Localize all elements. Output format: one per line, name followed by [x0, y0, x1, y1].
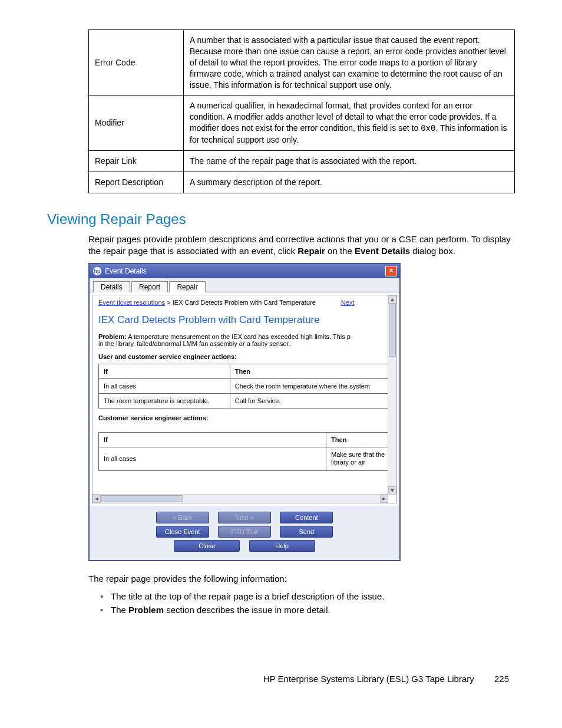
- close-event-button[interactable]: Close Event: [156, 526, 209, 538]
- hp-logo-icon: hp: [93, 267, 101, 275]
- scroll-thumb[interactable]: [389, 304, 396, 357]
- table-row: In all cases Make sure that the library …: [99, 447, 391, 470]
- scroll-thumb[interactable]: [101, 495, 183, 502]
- dialog-titlebar: hp Event Details ×: [90, 264, 399, 278]
- dialog-title: Event Details: [105, 267, 147, 275]
- user-actions-table: If Then In all cases Check the room temp…: [98, 364, 391, 409]
- dialog-scroll-pane: Event ticket resolutions > IEX Card Dete…: [92, 295, 397, 503]
- table-row: The room temperature is acceptable. Call…: [99, 394, 391, 409]
- table-row: Report Description A summary description…: [89, 172, 515, 193]
- desc-cell: A summary description of the report.: [184, 172, 515, 193]
- fru-test-button[interactable]: FRU Test: [218, 526, 271, 538]
- outro-paragraph: The repair page provides the following i…: [88, 573, 515, 585]
- term-cell: Report Description: [89, 172, 184, 193]
- term-cell: Repair Link: [89, 151, 184, 172]
- breadcrumb-next-link[interactable]: Next: [341, 299, 355, 306]
- term-cell: Error Code: [89, 30, 184, 95]
- intro-paragraph: Repair pages provide problem description…: [88, 233, 515, 258]
- table-row: Modifier A numerical qualifier, in hexad…: [89, 95, 515, 151]
- help-button[interactable]: Help: [249, 540, 315, 552]
- desc-cell: A numerical qualifier, in hexadecimal fo…: [184, 95, 515, 151]
- horizontal-scrollbar[interactable]: ◄ ►: [92, 494, 388, 503]
- vertical-scrollbar[interactable]: ▲ ▼: [388, 295, 396, 495]
- next-button[interactable]: Next >: [218, 512, 271, 523]
- scroll-left-icon[interactable]: ◄: [92, 495, 101, 503]
- table-row: In all cases Check the room temperature …: [99, 379, 391, 394]
- term-cell: Modifier: [89, 95, 184, 151]
- col-if: If: [99, 364, 230, 379]
- dialog-button-area: < Back Next > Content Close Event FRU Te…: [90, 506, 399, 560]
- col-if: If: [99, 433, 326, 447]
- page-footer: HP Enterprise Systems Library (ESL) G3 T…: [47, 674, 515, 684]
- event-details-dialog-figure: hp Event Details × Details Report Repair…: [88, 263, 401, 561]
- scroll-right-icon[interactable]: ►: [380, 495, 388, 503]
- list-item: The title at the top of the repair page …: [100, 591, 515, 601]
- page-number: 225: [494, 674, 509, 684]
- tab-repair[interactable]: Repair: [169, 281, 205, 292]
- col-then: Then: [230, 364, 390, 379]
- back-button[interactable]: < Back: [156, 512, 209, 523]
- scroll-down-icon[interactable]: ▼: [388, 486, 396, 495]
- breadcrumb-link[interactable]: Event ticket resolutions: [98, 299, 165, 306]
- section-heading: Viewing Repair Pages: [47, 211, 515, 228]
- cse-actions-table: If Then In all cases Make sure that the …: [98, 432, 391, 470]
- col-then: Then: [326, 433, 391, 447]
- breadcrumb: Event ticket resolutions > IEX Card Dete…: [98, 299, 391, 306]
- repair-page-title: IEX Card Detects Problem with Card Tempe…: [98, 314, 391, 326]
- footer-text: HP Enterprise Systems Library (ESL) G3 T…: [263, 674, 474, 684]
- user-actions-heading: User and customer service engineer actio…: [98, 353, 391, 360]
- cse-actions-heading: Customer service engineer actions:: [98, 414, 391, 421]
- desc-cell: The name of the repair page that is asso…: [184, 151, 515, 172]
- table-row: Error Code A number that is associated w…: [89, 30, 515, 95]
- bullet-list: The title at the top of the repair page …: [100, 591, 515, 615]
- scroll-up-icon[interactable]: ▲: [388, 295, 396, 304]
- send-button[interactable]: Send: [280, 526, 333, 538]
- list-item: The Problem section describes the issue …: [100, 605, 515, 615]
- close-icon[interactable]: ×: [385, 266, 397, 276]
- content-button[interactable]: Content: [280, 512, 333, 523]
- tab-report[interactable]: Report: [131, 281, 168, 292]
- problem-text: Problem: A temperature measurement on th…: [98, 333, 391, 347]
- table-row: Repair Link The name of the repair page …: [89, 151, 515, 172]
- definition-table: Error Code A number that is associated w…: [88, 29, 515, 193]
- dialog-tabs: Details Report Repair: [90, 278, 399, 292]
- tab-details[interactable]: Details: [93, 281, 130, 292]
- close-button[interactable]: Close: [174, 540, 240, 552]
- desc-cell: A number that is associated with a parti…: [184, 30, 515, 95]
- breadcrumb-current: IEX Card Detects Problem with Card Tempe…: [173, 299, 316, 306]
